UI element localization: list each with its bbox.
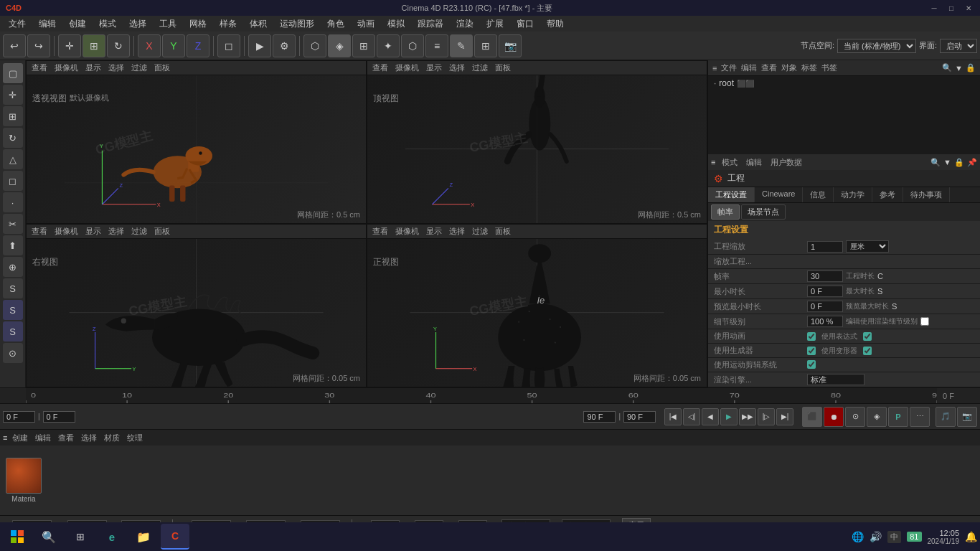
extrude-tool[interactable]: ⬆ — [3, 235, 23, 255]
mat-create[interactable]: 创建 — [10, 433, 30, 443]
end-frame-field[interactable] — [583, 411, 616, 423]
mograph-icon[interactable]: ⬡ — [401, 34, 424, 57]
obj-view2[interactable]: 查看 — [761, 62, 777, 73]
viewport-right[interactable]: 查看 摄像机 显示 选择 过滤 面板 右视图 Y — [26, 224, 367, 387]
framerate-input[interactable] — [807, 270, 843, 282]
use-expr-cb[interactable] — [863, 332, 872, 341]
vp-tl-view[interactable]: 查看 — [29, 62, 50, 73]
viewport-front[interactable]: 查看 摄像机 显示 选择 过滤 面板 正视图 X — [367, 224, 707, 387]
engineering-item[interactable]: ⚙ 工程 — [708, 170, 980, 187]
camera-btn[interactable]: 📷 — [957, 407, 977, 427]
material-icon[interactable]: ◈ — [328, 34, 351, 57]
brush-tool[interactable]: S — [3, 278, 23, 298]
vp-tr-camera[interactable]: 摄像机 — [393, 62, 421, 73]
use-animation-cb[interactable] — [807, 332, 816, 341]
root-item[interactable]: · root ⬛⬛ — [708, 76, 980, 90]
vp-bl-camera[interactable]: 摄像机 — [52, 226, 80, 237]
undo-button[interactable]: ↩ — [3, 34, 26, 57]
point-tool[interactable]: · — [3, 192, 23, 212]
prev-keyframe-btn[interactable]: ◁| — [683, 408, 700, 425]
go-end-btn[interactable]: ▶| — [776, 408, 793, 425]
subtab-framerate[interactable]: 帧率 — [711, 204, 740, 220]
knife-tool[interactable]: ✂ — [3, 214, 23, 234]
obj-tag[interactable]: 标签 — [801, 62, 817, 73]
vp-bl-panel[interactable]: 面板 — [152, 226, 172, 237]
project-scale-unit[interactable]: 厘米 — [846, 240, 889, 253]
menubar-item-窗口[interactable]: 窗口 — [511, 17, 540, 32]
mat-select[interactable]: 选择 — [79, 433, 99, 443]
object-mode[interactable]: ◻ — [217, 34, 240, 57]
minimize-button[interactable]: ─ — [928, 2, 940, 14]
vp-tr-view[interactable]: 查看 — [370, 62, 390, 73]
attr-tab-dynamics[interactable]: 动力学 — [834, 187, 872, 202]
menubar-item-文件[interactable]: 文件 — [3, 17, 32, 32]
menubar-item-编辑[interactable]: 编辑 — [33, 17, 62, 32]
mat-material[interactable]: 材质 — [102, 433, 122, 443]
next-keyframe-btn[interactable]: |▷ — [758, 408, 775, 425]
menubar-item-帮助[interactable]: 帮助 — [541, 17, 570, 32]
use-deform-cb[interactable] — [863, 347, 872, 355]
audio-btn[interactable]: 🎵 — [936, 407, 956, 427]
vp-tl-filter[interactable]: 过滤 — [129, 62, 149, 73]
obj-edit[interactable]: 编辑 — [741, 62, 757, 73]
attr-tab-info[interactable]: 信息 — [803, 187, 834, 202]
menubar-item-扩展[interactable]: 扩展 — [481, 17, 509, 32]
taskview-button[interactable]: ⊞ — [66, 524, 95, 550]
attr-tab-ref[interactable]: 参考 — [872, 187, 903, 202]
use-generator-cb[interactable] — [807, 347, 816, 355]
camera-icon[interactable]: 📷 — [499, 34, 522, 57]
play-btn[interactable]: ▶ — [720, 408, 738, 425]
vp-tr-select[interactable]: 选择 — [447, 62, 467, 73]
vp-tr-panel[interactable]: 面板 — [493, 62, 513, 73]
polygon-tool[interactable]: △ — [3, 149, 23, 169]
scale-left-tool[interactable]: ⊞ — [3, 106, 23, 126]
attr-user[interactable]: 用户数据 — [768, 157, 804, 168]
axis-x[interactable]: X — [138, 34, 161, 57]
selection-tool[interactable]: ▢ — [3, 63, 23, 83]
play-back-btn[interactable]: ◀ — [702, 408, 719, 425]
vp-tl-camera[interactable]: 摄像机 — [52, 62, 80, 73]
axis-y[interactable]: Y — [162, 34, 185, 57]
vp-br-view[interactable]: 查看 — [370, 226, 390, 237]
mat-texture[interactable]: 纹理 — [125, 433, 145, 443]
close-button[interactable]: ✕ — [963, 2, 974, 14]
move-left-tool[interactable]: ✛ — [3, 85, 23, 105]
move-tool[interactable]: ✛ — [58, 34, 81, 57]
interface-select[interactable]: 启动 — [940, 39, 977, 53]
viewport-perspective[interactable]: 查看 摄像机 显示 选择 过滤 面板 透视视图 默认摄像机 — [26, 60, 367, 224]
menubar-item-体积[interactable]: 体积 — [244, 17, 273, 32]
attr-tab-project-settings[interactable]: 工程设置 — [708, 187, 755, 202]
preview-min-input[interactable] — [807, 301, 843, 312]
node-space-select[interactable]: 当前 (标准/物理) — [837, 39, 916, 53]
start-frame-field[interactable] — [3, 411, 35, 423]
vp-bl-display[interactable]: 显示 — [83, 226, 103, 237]
cube-icon[interactable]: ⬡ — [303, 34, 326, 57]
vp-bl-view[interactable]: 查看 — [29, 226, 50, 237]
material-item[interactable]: Materia — [6, 458, 42, 503]
go-start-btn[interactable]: |◀ — [664, 408, 682, 425]
taskbar-edge[interactable]: e — [98, 524, 126, 550]
rotate-left-tool[interactable]: ↻ — [3, 128, 23, 148]
pen-icon[interactable]: ✎ — [450, 34, 473, 57]
rotate-tool[interactable]: ↻ — [107, 34, 130, 57]
edge-tool[interactable]: ◻ — [3, 171, 23, 191]
vp-bl-select[interactable]: 选择 — [106, 226, 126, 237]
obj-target[interactable]: 对象 — [781, 62, 797, 73]
menubar-item-跟踪器[interactable]: 跟踪器 — [412, 17, 449, 32]
vp-tl-display[interactable]: 显示 — [83, 62, 103, 73]
render-engine-input[interactable] — [807, 374, 864, 385]
mode-btn-dots[interactable]: ⋯ — [910, 407, 930, 427]
min-time-input[interactable] — [807, 286, 843, 297]
vp-bl-filter[interactable]: 过滤 — [129, 226, 149, 237]
lod-input[interactable] — [807, 316, 843, 327]
axis-z[interactable]: Z — [187, 34, 209, 57]
mode-btn-1[interactable]: ⬛ — [802, 407, 822, 427]
taskbar-explorer[interactable]: 📁 — [129, 524, 158, 550]
deformer-icon[interactable]: ✦ — [377, 34, 400, 57]
render-lod-cb[interactable] — [920, 317, 929, 326]
project-scale-input[interactable] — [807, 241, 843, 253]
timeline-ruler[interactable]: 0 10 20 30 40 50 60 70 80 90 — [26, 388, 937, 403]
attr-mode[interactable]: 模式 — [720, 157, 740, 168]
redo-button[interactable]: ↪ — [27, 34, 50, 57]
menubar-item-工具[interactable]: 工具 — [154, 17, 182, 32]
